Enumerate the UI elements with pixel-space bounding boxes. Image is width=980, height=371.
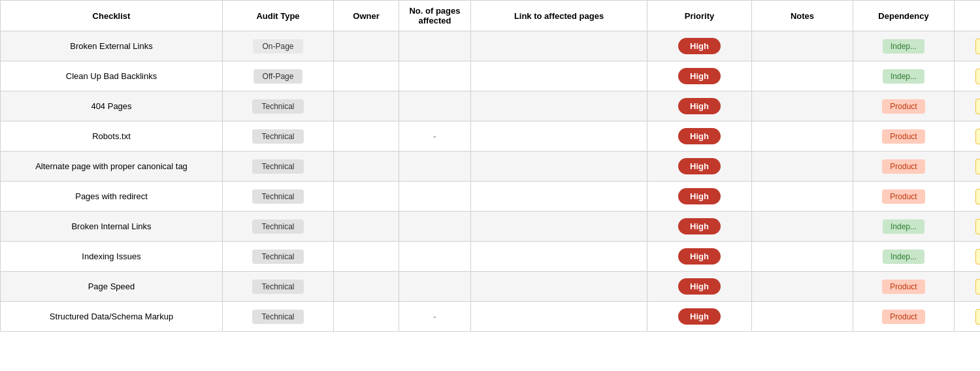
pages-cell: [399, 152, 471, 182]
pages-cell: [399, 242, 471, 272]
priority-cell: High: [647, 302, 752, 332]
table-row: Pages with redirectTechnicalHighProductI…: [1, 182, 981, 212]
status-badge: In Pro...: [975, 39, 980, 54]
owner-cell: [334, 242, 399, 272]
audit-type-badge: On-Page: [253, 39, 302, 54]
priority-badge: High: [678, 38, 721, 54]
priority-cell: High: [647, 31, 752, 61]
link-cell: [471, 61, 647, 91]
checklist-cell: Structured Data/Schema Markup: [1, 302, 223, 332]
audit-type-badge: Technical: [252, 310, 303, 324]
status-badge: In Pro...: [975, 69, 980, 84]
checklist-cell: Broken Internal Links: [1, 212, 223, 242]
priority-badge: High: [678, 158, 721, 174]
status-badge: In Pro...: [975, 99, 980, 114]
priority-badge: High: [678, 128, 721, 144]
table-row: Robots.txtTechnical-HighProductIn Pro...: [1, 121, 981, 152]
status-cell: In Pro...: [955, 31, 981, 61]
owner-cell: [334, 91, 399, 121]
audit-type-badge: Technical: [252, 129, 303, 144]
audit-type-badge: Technical: [252, 250, 303, 264]
dependency-badge: Indep...: [883, 219, 924, 234]
owner-cell: [334, 61, 399, 91]
dependency-badge: Product: [882, 189, 924, 204]
col-header-checklist: Checklist: [1, 1, 223, 31]
notes-cell: [752, 61, 853, 91]
col-header-pages: No. of pages affected: [399, 1, 471, 31]
pages-cell: [399, 212, 471, 242]
dependency-cell: Product: [853, 121, 955, 152]
priority-cell: High: [647, 182, 752, 212]
table-row: Broken Internal LinksTechnicalHighIndep.…: [1, 212, 981, 242]
dependency-cell: Product: [853, 272, 955, 302]
status-cell: In Pro...: [955, 212, 981, 242]
audit-type-cell: Technical: [223, 212, 334, 242]
priority-cell: High: [647, 121, 752, 152]
priority-cell: High: [647, 91, 752, 121]
link-cell: [471, 91, 647, 121]
checklist-cell: Page Speed: [1, 272, 223, 302]
checklist-cell: 404 Pages: [1, 91, 223, 121]
col-header-dependency: Dependency: [853, 1, 955, 31]
link-cell: [471, 272, 647, 302]
status-badge: In Pro...: [975, 219, 980, 234]
col-header-priority: Priority: [647, 1, 752, 31]
link-cell: [471, 152, 647, 182]
owner-cell: [334, 152, 399, 182]
priority-cell: High: [647, 272, 752, 302]
checklist-cell: Robots.txt: [1, 121, 223, 152]
notes-cell: [752, 302, 853, 332]
dependency-cell: Product: [853, 182, 955, 212]
status-badge: In Pro...: [975, 159, 980, 174]
status-badge: In Pro...: [975, 189, 980, 204]
table-row: Page SpeedTechnicalHighProductIn Pro...: [1, 272, 981, 302]
col-header-status: Status: [955, 1, 981, 31]
checklist-cell: Pages with redirect: [1, 182, 223, 212]
status-badge: In Pro...: [975, 309, 980, 325]
status-cell: In Pro...: [955, 152, 981, 182]
table-row: Indexing IssuesTechnicalHighIndep...In P…: [1, 242, 981, 272]
notes-cell: [752, 182, 853, 212]
table-header-row: Checklist Audit Type Owner No. of pages …: [1, 1, 981, 31]
audit-type-cell: Technical: [223, 152, 334, 182]
audit-type-cell: Technical: [223, 182, 334, 212]
status-cell: In Pro...: [955, 242, 981, 272]
priority-badge: High: [678, 308, 721, 325]
notes-cell: [752, 242, 853, 272]
pages-cell: [399, 182, 471, 212]
status-cell: In Pro...: [955, 272, 981, 302]
audit-type-badge: Off-Page: [253, 69, 303, 84]
pages-cell: [399, 272, 471, 302]
link-cell: [471, 182, 647, 212]
owner-cell: [334, 182, 399, 212]
status-cell: In Pro...: [955, 91, 981, 121]
status-badge: In Pro...: [975, 249, 980, 265]
table-row: 404 PagesTechnicalHighProductIn Pro...: [1, 91, 981, 121]
owner-cell: [334, 31, 399, 61]
pages-cell: [399, 31, 471, 61]
priority-badge: High: [678, 278, 721, 295]
audit-type-cell: Technical: [223, 272, 334, 302]
audit-type-cell: Technical: [223, 121, 334, 152]
dependency-badge: Product: [882, 310, 924, 324]
col-header-link: Link to affected pages: [471, 1, 647, 31]
dash-indicator: -: [433, 312, 436, 321]
notes-cell: [752, 31, 853, 61]
notes-cell: [752, 212, 853, 242]
col-header-owner: Owner: [334, 1, 399, 31]
pages-cell: [399, 61, 471, 91]
dependency-badge: Product: [882, 159, 924, 174]
dash-indicator: -: [433, 131, 436, 141]
audit-type-badge: Technical: [252, 280, 303, 294]
audit-type-badge: Technical: [252, 159, 303, 174]
dependency-cell: Indep...: [853, 61, 955, 91]
checklist-cell: Alternate page with proper canonical tag: [1, 152, 223, 182]
audit-type-cell: Technical: [223, 242, 334, 272]
priority-badge: High: [678, 98, 721, 114]
dependency-cell: Product: [853, 302, 955, 332]
audit-type-cell: Off-Page: [223, 61, 334, 91]
audit-type-cell: On-Page: [223, 31, 334, 61]
dependency-badge: Indep...: [883, 250, 924, 264]
link-cell: [471, 31, 647, 61]
audit-type-badge: Technical: [252, 219, 303, 234]
